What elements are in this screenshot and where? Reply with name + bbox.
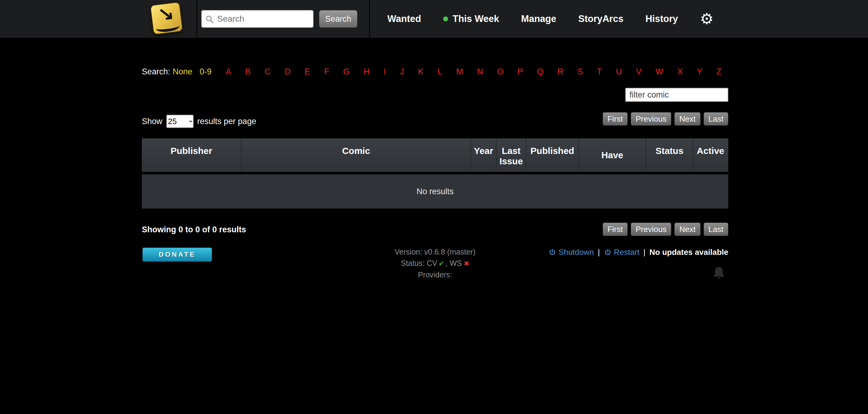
nav-item-label: Wanted	[388, 13, 421, 24]
column-header-year[interactable]: Year	[471, 138, 497, 172]
filter-letter-link[interactable]: T	[597, 67, 602, 76]
pagination-top: First Previous Next Last	[603, 112, 728, 126]
search-filter-label: Search:	[142, 67, 170, 76]
power-icon	[604, 249, 612, 256]
updates-status: No updates available	[649, 248, 728, 257]
gear-icon: ⚙	[700, 11, 714, 27]
ws-fail-icon: ✖	[464, 260, 469, 267]
filter-letter-link[interactable]: W	[655, 67, 663, 76]
comics-table-empty-row: No results	[142, 174, 728, 209]
separator: |	[598, 248, 600, 257]
status-text: Status: CV✔, WS✖	[142, 258, 728, 269]
last-page-button[interactable]: Last	[704, 223, 728, 236]
comics-table-header: Publisher Comic Year Last Issue Publishe…	[142, 138, 728, 172]
navbar-menu: Wanted This Week Manage StoryArcs Histor…	[369, 0, 714, 38]
filter-letter-link[interactable]: S	[577, 67, 583, 76]
per-page-select[interactable]: 25	[166, 115, 194, 128]
filter-none-link[interactable]: None	[173, 67, 192, 76]
power-icon	[548, 249, 556, 256]
status-label: Status: CV	[401, 259, 437, 267]
nav-item-label: This Week	[453, 13, 499, 24]
filter-letter-link[interactable]: A	[226, 67, 231, 76]
filter-letter-link[interactable]: C	[265, 67, 271, 76]
nav-item-this-week[interactable]: This Week	[443, 13, 499, 24]
app-logo[interactable]: ↘	[143, 1, 195, 37]
filter-letter-link[interactable]: P	[518, 67, 523, 76]
filter-letter-link[interactable]: G	[343, 67, 349, 76]
column-header-have[interactable]: Have	[579, 138, 646, 172]
column-header-comic[interactable]: Comic	[242, 138, 471, 172]
top-navbar: ↘ Search Wanted This Week Manage StoryAr…	[0, 0, 868, 38]
filter-letter-link[interactable]: Y	[697, 67, 703, 76]
shutdown-link[interactable]: Shutdown	[548, 248, 594, 257]
per-page-suffix-label: results per page	[197, 117, 256, 126]
search-icon	[205, 14, 215, 24]
nav-item-label: History	[645, 13, 678, 24]
show-label: Show	[142, 117, 162, 126]
per-page-control: Show 25 results per page	[142, 115, 256, 128]
last-page-button[interactable]: Last	[704, 112, 728, 126]
providers-text: Providers:	[142, 269, 728, 281]
filter-letter-link[interactable]: Q	[537, 67, 544, 76]
comic-filter-input[interactable]	[625, 88, 728, 102]
search-input[interactable]	[217, 11, 311, 27]
filter-letter-link[interactable]: E	[305, 67, 310, 76]
shutdown-label: Shutdown	[558, 248, 594, 257]
nav-item-storyarcs[interactable]: StoryArcs	[578, 13, 623, 24]
nav-item-manage[interactable]: Manage	[521, 13, 556, 24]
main-content: Search: None 0-9 A B C D E F G H I J K L…	[142, 38, 728, 373]
column-header-published[interactable]: Published	[526, 138, 579, 172]
column-header-publisher[interactable]: Publisher	[142, 138, 242, 172]
nav-item-label: Manage	[521, 13, 556, 24]
filter-letter-link[interactable]: H	[364, 67, 370, 76]
nav-item-wanted[interactable]: Wanted	[388, 13, 421, 24]
column-header-active[interactable]: Active	[693, 138, 728, 172]
nav-item-label: StoryArcs	[578, 13, 623, 24]
settings-button[interactable]: ⚙	[700, 11, 714, 27]
filter-letter-link[interactable]: J	[400, 67, 404, 76]
results-summary: Showing 0 to 0 of 0 results	[142, 225, 246, 234]
column-header-last-issue[interactable]: Last Issue	[497, 138, 526, 172]
cv-ok-icon: ✔	[439, 260, 444, 267]
filter-letter-link[interactable]: M	[456, 67, 463, 76]
system-controls: Shutdown | Restart | No updates availabl…	[548, 248, 728, 257]
first-page-button[interactable]: First	[603, 223, 628, 236]
filter-letter-link[interactable]: O	[497, 67, 503, 76]
restart-link[interactable]: Restart	[604, 248, 640, 257]
filter-letter-link[interactable]: U	[616, 67, 622, 76]
column-header-status[interactable]: Status	[646, 138, 693, 172]
filter-letter-link[interactable]: Z	[716, 67, 722, 76]
first-page-button[interactable]: First	[603, 112, 628, 126]
status-dot-icon	[443, 17, 448, 21]
navbar-divider	[196, 0, 197, 38]
alphabet-filter-bar: Search: None 0-9 A B C D E F G H I J K L…	[142, 67, 721, 76]
search-button[interactable]: Search	[319, 10, 358, 28]
no-results-text: No results	[416, 187, 454, 196]
restart-label: Restart	[614, 248, 640, 257]
next-page-button[interactable]: Next	[674, 112, 700, 126]
filter-letter-link[interactable]: L	[438, 67, 442, 76]
filter-letter-link[interactable]: K	[418, 67, 424, 76]
logo-arrow-icon: ↘	[150, 1, 182, 26]
mylar-logo-icon: ↘	[150, 1, 183, 35]
filter-letter-link[interactable]: R	[558, 67, 564, 76]
logo-swoosh	[156, 24, 180, 33]
filter-letter-link[interactable]: N	[477, 67, 483, 76]
navbar-search-area: Search	[201, 10, 358, 28]
filter-letter-link[interactable]: F	[324, 67, 330, 76]
pagination-bottom: First Previous Next Last	[603, 223, 728, 236]
nav-item-history[interactable]: History	[645, 13, 678, 24]
search-box	[201, 10, 313, 28]
filter-digits-link[interactable]: 0-9	[200, 67, 212, 76]
filter-letter-link[interactable]: I	[384, 67, 386, 76]
status-ws-label: , WS	[445, 259, 462, 267]
notifications-bell-icon[interactable]	[711, 265, 726, 281]
previous-page-button[interactable]: Previous	[631, 112, 671, 126]
next-page-button[interactable]: Next	[674, 223, 700, 236]
filter-letter-link[interactable]: B	[245, 67, 251, 76]
filter-letter-link[interactable]: X	[677, 67, 683, 76]
filter-letter-link[interactable]: V	[636, 67, 641, 76]
filter-letter-link[interactable]: D	[284, 67, 291, 76]
separator: |	[644, 248, 646, 257]
previous-page-button[interactable]: Previous	[631, 223, 671, 236]
